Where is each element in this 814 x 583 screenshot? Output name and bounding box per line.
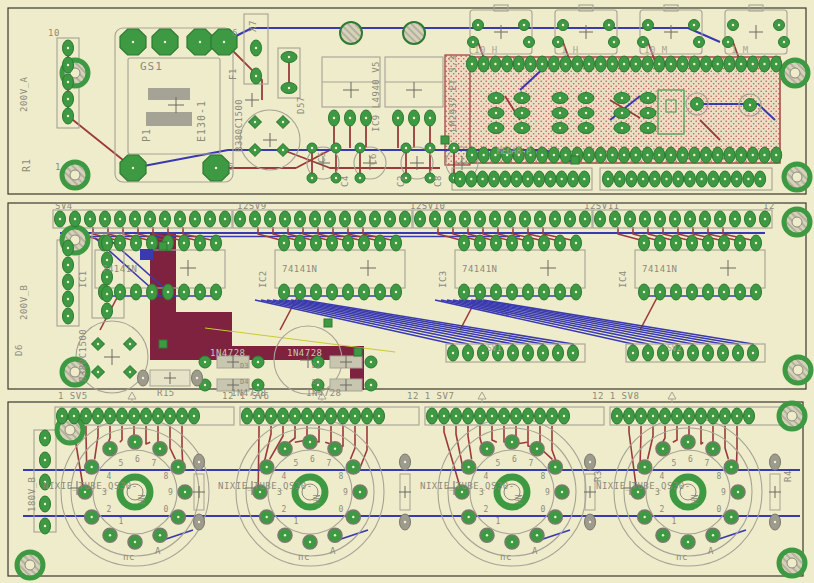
pad-hole bbox=[585, 97, 587, 99]
pad-hole bbox=[149, 218, 151, 220]
pad-hole bbox=[215, 242, 217, 244]
pad-blue[interactable] bbox=[140, 249, 153, 260]
via[interactable] bbox=[324, 319, 332, 327]
pad-hole bbox=[524, 218, 526, 220]
pad-hole bbox=[119, 291, 121, 293]
pad-hole bbox=[688, 415, 690, 417]
pad-hole bbox=[299, 291, 301, 293]
value-lm2937: LM2937 ET 3,3 bbox=[448, 55, 458, 132]
pad-hole bbox=[359, 147, 361, 149]
value-b380c1500-mid: B380C1500 bbox=[78, 329, 88, 382]
pad-hole bbox=[559, 97, 561, 99]
pad-hole bbox=[288, 87, 290, 89]
pad-hole bbox=[89, 218, 91, 220]
transformer-coil bbox=[146, 112, 192, 126]
pad-hole bbox=[529, 63, 531, 65]
pad-hole bbox=[527, 291, 529, 293]
pad-hole bbox=[209, 218, 211, 220]
via[interactable] bbox=[571, 156, 579, 164]
header-sv9: 12SV9 bbox=[237, 201, 267, 211]
pad-hole bbox=[752, 352, 754, 354]
pad-hole bbox=[177, 516, 179, 518]
pad-hole bbox=[527, 178, 529, 180]
value-e130: E130-1 bbox=[196, 100, 207, 142]
value-nixie-1: NIXIE_TUBE_QS30- bbox=[43, 481, 138, 491]
pad-hole bbox=[493, 178, 495, 180]
pad-hole bbox=[330, 415, 332, 417]
regulator-tab[interactable] bbox=[403, 22, 425, 44]
tube-pin-number: 0 bbox=[164, 505, 169, 514]
pad-hole bbox=[479, 242, 481, 244]
pad-hole bbox=[503, 415, 505, 417]
via[interactable] bbox=[354, 348, 362, 356]
pad-hole bbox=[151, 291, 153, 293]
pad-hole bbox=[734, 218, 736, 220]
ref-r15: R15 bbox=[157, 388, 175, 398]
pad-hole bbox=[749, 218, 751, 220]
pcb-editor-canvas[interactable]: 6789012345ncAHN6789012345ncAHN6789012345… bbox=[0, 0, 814, 583]
pad-hole bbox=[559, 242, 561, 244]
pad-hole bbox=[246, 415, 248, 417]
ref-gs1: GS1 bbox=[140, 60, 163, 73]
pad-hole bbox=[349, 117, 351, 119]
pad-hole bbox=[664, 415, 666, 417]
pad-hole bbox=[282, 149, 284, 151]
pad-hole bbox=[646, 63, 648, 65]
pad-hole bbox=[628, 415, 630, 417]
tube-pin-number: 9 bbox=[721, 488, 726, 497]
pad-hole bbox=[712, 447, 714, 449]
pad-hole bbox=[329, 218, 331, 220]
tube-nc-label: nc bbox=[123, 552, 135, 562]
pad-hole bbox=[521, 127, 523, 129]
pad-hole bbox=[495, 112, 497, 114]
pad-hole bbox=[611, 154, 613, 156]
pad-hole bbox=[471, 154, 473, 156]
pad-hole bbox=[764, 218, 766, 220]
via[interactable] bbox=[159, 340, 167, 348]
pad-hole bbox=[495, 127, 497, 129]
tube-pin-number: 2 bbox=[281, 505, 286, 514]
pad-hole bbox=[282, 415, 284, 417]
pcb-drawing[interactable]: 6789012345ncAHN6789012345ncAHN6789012345… bbox=[0, 0, 814, 583]
regulator-tab[interactable] bbox=[340, 22, 362, 44]
tube-pin-number: 2 bbox=[659, 505, 664, 514]
pad-hole bbox=[518, 63, 520, 65]
pad-hole bbox=[607, 178, 609, 180]
pad-hole bbox=[621, 127, 623, 129]
pad-hole bbox=[106, 310, 108, 312]
pad-hole bbox=[483, 63, 485, 65]
pad-hole bbox=[495, 97, 497, 99]
tube-pin-number: 0 bbox=[339, 505, 344, 514]
value-1n4728-d: 1N4728 bbox=[306, 388, 342, 398]
pad-hole bbox=[576, 63, 578, 65]
pad-hole bbox=[194, 218, 196, 220]
pad-hole bbox=[334, 534, 336, 536]
pad-hole bbox=[449, 218, 451, 220]
mount-hole-drill bbox=[790, 68, 800, 78]
pad-hole bbox=[752, 154, 754, 156]
tube-pin-number: 5 bbox=[119, 459, 124, 468]
pad-hole bbox=[311, 147, 313, 149]
pad-hole bbox=[687, 441, 689, 443]
pad-hole bbox=[646, 154, 648, 156]
pad-hole bbox=[569, 218, 571, 220]
pad-hole bbox=[198, 461, 200, 463]
pad-hole bbox=[464, 218, 466, 220]
pad-hole bbox=[204, 384, 206, 386]
value-74141-4: 74141N bbox=[642, 264, 678, 274]
pad-hole bbox=[471, 63, 473, 65]
pad-hole bbox=[342, 415, 344, 417]
pad-hole bbox=[255, 75, 257, 77]
via[interactable] bbox=[159, 242, 167, 250]
pad-hole bbox=[752, 63, 754, 65]
pad-hole bbox=[763, 63, 765, 65]
tube-anode-label: A bbox=[330, 546, 336, 556]
pad-hole bbox=[629, 218, 631, 220]
net-label-180v-b: 180V_B bbox=[27, 476, 37, 512]
pad-hole bbox=[67, 115, 69, 117]
pad-hole bbox=[543, 242, 545, 244]
pad-hole bbox=[689, 218, 691, 220]
pad-hole bbox=[564, 63, 566, 65]
via[interactable] bbox=[441, 136, 449, 144]
pad-hole bbox=[135, 291, 137, 293]
